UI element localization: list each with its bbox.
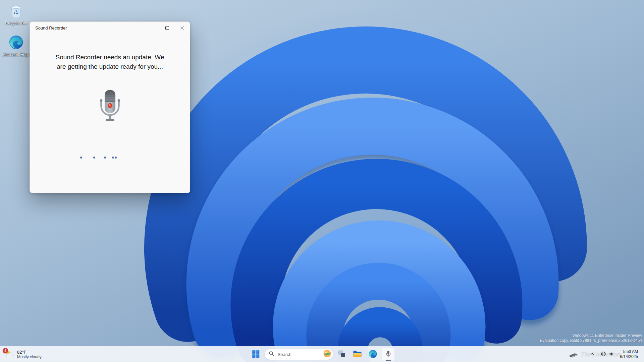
- search-highlights-icon[interactable]: [323, 350, 331, 359]
- window-controls: [145, 22, 190, 34]
- network-volume-button[interactable]: [598, 348, 617, 361]
- speaker-icon: [609, 351, 614, 358]
- start-button[interactable]: [249, 348, 263, 361]
- edge-swirl-icon: [369, 350, 377, 359]
- minimize-icon: [150, 26, 154, 30]
- taskbar-search-input[interactable]: [277, 352, 321, 357]
- magnifier-icon: [269, 351, 274, 358]
- windows-logo-icon: [252, 350, 260, 359]
- notification-badge: 4: [3, 348, 8, 353]
- recycle-bin-icon: [9, 3, 23, 19]
- folder-icon: [353, 350, 362, 359]
- microphone-icon: [99, 89, 121, 123]
- weather-condition: Mostly cloudy: [17, 355, 42, 359]
- chevron-up-icon: [590, 352, 595, 357]
- window-titlebar[interactable]: Sound Recorder: [30, 22, 190, 34]
- clock-date: 6/14/2025: [620, 354, 638, 359]
- weather-text: 82°F Mostly cloudy: [17, 350, 42, 359]
- file-explorer-button[interactable]: [351, 348, 364, 361]
- sound-recorder-taskbar-button[interactable]: [382, 348, 395, 361]
- task-view-icon: [338, 350, 346, 359]
- taskbar-clock: 5:53 AM 6/14/2025: [620, 349, 638, 359]
- window-body: Sound Recorder needs an update. We are g…: [30, 34, 190, 193]
- edge-button[interactable]: [366, 348, 380, 361]
- taskbar-center: [249, 348, 395, 361]
- edge-swirl-icon: [9, 35, 23, 51]
- widgets-weather-button[interactable]: 4 82°F Mostly cloudy: [2, 348, 45, 361]
- window-title: Sound Recorder: [35, 25, 67, 31]
- taskbar: 4 82°F Mostly cloudy: [0, 346, 644, 362]
- sun-behind-cloud-icon: 4: [5, 350, 14, 359]
- windows-desktop: Recycle Bin Microsoft Edge Windows 11 En…: [0, 0, 644, 362]
- hidden-icons-button[interactable]: [587, 348, 597, 361]
- close-icon: [180, 26, 184, 30]
- weather-temperature: 82°F: [17, 350, 42, 355]
- loading-dots-progress: [80, 157, 117, 159]
- desktop-icon-label: Recycle Bin: [5, 21, 27, 25]
- desktop-icon-label: Microsoft Edge: [2, 52, 30, 57]
- minimize-button[interactable]: [145, 22, 160, 34]
- network-globe-icon: [601, 351, 606, 358]
- maximize-button[interactable]: [160, 22, 175, 34]
- desktop-icon-microsoft-edge[interactable]: Microsoft Edge: [2, 35, 30, 57]
- clock-button[interactable]: 5:53 AM 6/14/2025: [618, 348, 641, 361]
- clock-time: 5:53 AM: [620, 349, 638, 354]
- desktop-icon-recycle-bin[interactable]: Recycle Bin: [2, 3, 30, 25]
- close-button[interactable]: [175, 22, 190, 34]
- taskbar-search-box[interactable]: [265, 349, 333, 360]
- update-message: Sound Recorder needs an update. We are g…: [30, 53, 190, 71]
- maximize-icon: [165, 26, 169, 30]
- sound-recorder-window: Sound Recorder: [30, 21, 190, 193]
- task-view-button[interactable]: [335, 348, 349, 361]
- system-tray: 5:53 AM 6/14/2025: [587, 348, 643, 361]
- build-watermark: Windows 11 Enterprise Insider Preview Ev…: [540, 333, 642, 343]
- build-watermark-line1: Windows 11 Enterprise Insider Preview: [540, 333, 642, 338]
- microphone-icon: [384, 350, 392, 359]
- build-watermark-line2: Evaluation copy. Build 27881.rs_prerelea…: [540, 338, 642, 343]
